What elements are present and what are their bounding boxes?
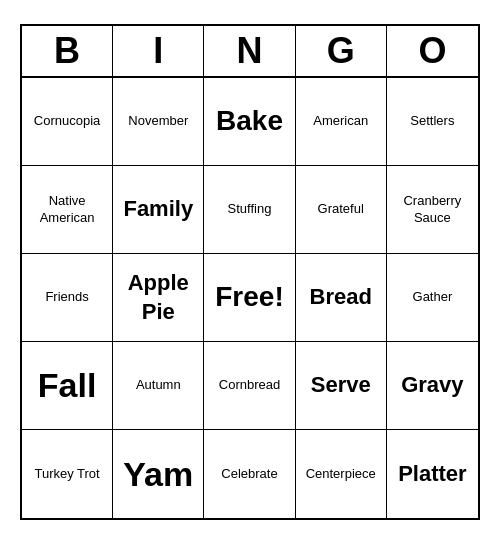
- header-letter: O: [387, 26, 478, 76]
- bingo-cell: Serve: [296, 342, 387, 430]
- bingo-cell: Stuffing: [204, 166, 295, 254]
- bingo-cell: Apple Pie: [113, 254, 204, 342]
- bingo-cell: Bread: [296, 254, 387, 342]
- bingo-cell: American: [296, 78, 387, 166]
- bingo-header: BINGO: [22, 26, 478, 78]
- bingo-cell: Bake: [204, 78, 295, 166]
- header-letter: G: [296, 26, 387, 76]
- header-letter: B: [22, 26, 113, 76]
- bingo-cell: Settlers: [387, 78, 478, 166]
- bingo-cell: Free!: [204, 254, 295, 342]
- bingo-cell: Turkey Trot: [22, 430, 113, 518]
- bingo-cell: Yam: [113, 430, 204, 518]
- bingo-cell: Family: [113, 166, 204, 254]
- bingo-cell: Gravy: [387, 342, 478, 430]
- bingo-cell: Gather: [387, 254, 478, 342]
- bingo-cell: Centerpiece: [296, 430, 387, 518]
- header-letter: N: [204, 26, 295, 76]
- bingo-cell: Cornucopia: [22, 78, 113, 166]
- bingo-cell: November: [113, 78, 204, 166]
- header-letter: I: [113, 26, 204, 76]
- bingo-cell: Cornbread: [204, 342, 295, 430]
- bingo-cell: Cranberry Sauce: [387, 166, 478, 254]
- bingo-cell: Celebrate: [204, 430, 295, 518]
- bingo-cell: Fall: [22, 342, 113, 430]
- bingo-card: BINGO CornucopiaNovemberBakeAmericanSett…: [20, 24, 480, 520]
- bingo-cell: Native American: [22, 166, 113, 254]
- bingo-cell: Grateful: [296, 166, 387, 254]
- bingo-cell: Autumn: [113, 342, 204, 430]
- bingo-cell: Platter: [387, 430, 478, 518]
- bingo-grid: CornucopiaNovemberBakeAmericanSettlersNa…: [22, 78, 478, 518]
- bingo-cell: Friends: [22, 254, 113, 342]
